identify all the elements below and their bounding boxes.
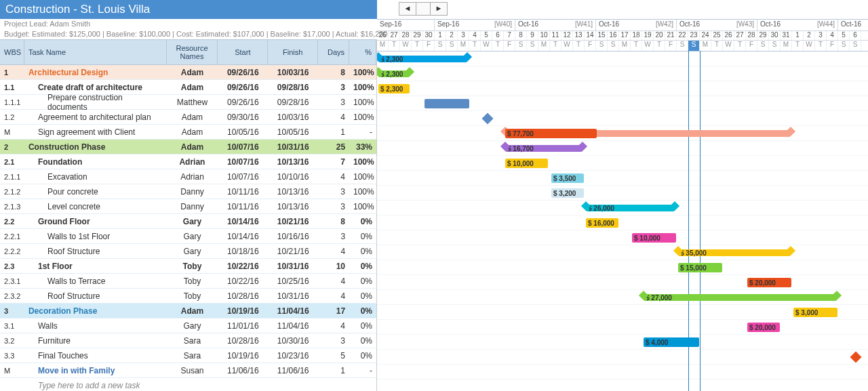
table-row[interactable]: 2.3.2Roof StructureToby10/28/1610/31/164… [0, 289, 376, 304]
add-task-row[interactable]: Type here to add a new task [0, 378, 376, 391]
table-row[interactable]: 2.31st FloorToby10/22/1610/31/16100% [0, 259, 376, 274]
day-of-week: F [665, 41, 677, 51]
table-row[interactable]: 2.1.2Pour concreteDanny10/11/1610/13/163… [0, 184, 376, 199]
gantt-bar[interactable]: $ 3,000 [793, 308, 837, 317]
table-row[interactable]: 2Construction PhaseAdam10/07/1610/31/162… [0, 140, 376, 155]
day-of-week: S [435, 41, 446, 51]
gantt-bar[interactable]: $ 77,700 [505, 129, 597, 138]
day-number: 11 [550, 31, 561, 40]
gantt-bar[interactable]: $ 26,000 [586, 205, 675, 211]
day-of-week: S [596, 41, 608, 51]
table-row[interactable]: 2.2Ground FloorGary10/14/1610/21/1680% [0, 214, 376, 229]
table-row[interactable]: 2.3.1Walls to TerraceToby10/22/1610/25/1… [0, 274, 376, 289]
week-header: Oct-16[W43] [677, 20, 757, 30]
gantt-bar[interactable]: $ 16,700 [505, 145, 583, 152]
day-of-week: T [815, 41, 827, 51]
gantt-bar[interactable]: $ 10,000 [632, 233, 676, 243]
pager-prev[interactable]: ◄ [399, 3, 416, 15]
day-number: 4 [469, 31, 481, 40]
table-row[interactable]: 2.1.1ExcavationAdrian10/07/1610/10/16410… [0, 169, 376, 184]
table-row[interactable]: 3.2FurnitureSara10/28/1610/30/1630% [0, 333, 376, 348]
week-header: Oct-16[W42] [596, 20, 677, 30]
pager-today[interactable] [416, 3, 431, 15]
day-of-week: S [515, 41, 527, 51]
table-row[interactable]: 3.1WallsGary11/01/1611/04/1640% [0, 318, 376, 333]
day-number: 17 [619, 31, 631, 40]
day-number: 31 [781, 31, 792, 40]
week-header: Sep-16[W40] [435, 20, 515, 30]
col-start[interactable]: Start [218, 40, 268, 64]
col-pct[interactable]: % [349, 40, 376, 64]
table-row[interactable]: MSign agreement with ClientAdam10/05/161… [0, 125, 376, 140]
day-of-week: T [469, 41, 481, 51]
day-number: 3 [458, 31, 469, 40]
day-of-week: S [527, 41, 538, 51]
day-of-week: S [688, 41, 700, 51]
task-grid: WBS Task Name Resource Names Start Finis… [0, 39, 377, 391]
day-of-week: F [827, 41, 838, 51]
gantt-bar[interactable]: $ 10,000 [505, 159, 548, 168]
gantt-bar[interactable]: $ 15,000 [678, 263, 722, 272]
day-of-week: W [561, 41, 573, 51]
table-row[interactable]: 1.1.1Prepare construction documentsMatth… [0, 95, 376, 110]
day-of-week: T [412, 41, 423, 51]
gantt-bar[interactable]: $ 20,000 [747, 323, 780, 332]
gantt-bar[interactable]: $ 3,500 [551, 173, 584, 183]
gantt-bar[interactable]: $ 4,000 [644, 337, 699, 347]
col-wbs[interactable]: WBS [0, 40, 24, 64]
day-of-week: T [792, 41, 804, 51]
col-res[interactable]: Resource Names [167, 40, 218, 64]
table-row[interactable]: MMove in with FamilySusan11/06/1611/06/1… [0, 363, 376, 378]
table-row[interactable]: 2.2.2Roof StructureGary10/18/1610/21/164… [0, 244, 376, 259]
gantt-bar[interactable]: $ 20,000 [747, 278, 791, 287]
day-of-week: S [757, 41, 769, 51]
timeline-pager: ◄ ► [399, 2, 448, 16]
day-of-week: S [850, 41, 861, 51]
day-number: 5 [838, 31, 850, 40]
day-number: 25 [711, 31, 723, 40]
gantt-bar[interactable]: $ 3,200 [551, 188, 584, 198]
col-days[interactable]: Days [318, 40, 349, 64]
gantt-bar[interactable] [425, 99, 469, 108]
gantt-bar[interactable]: $ 2,300 [378, 84, 410, 94]
day-of-week: F [423, 41, 435, 51]
day-number: 1 [435, 31, 446, 40]
gantt-bar[interactable]: $ 2,300 [378, 70, 410, 77]
day-number: 15 [596, 31, 608, 40]
day-number: 28 [400, 31, 412, 40]
gantt-bar[interactable]: $ 16,000 [586, 218, 618, 228]
table-row[interactable]: 2.1.3Level concreteDanny10/11/1610/13/16… [0, 199, 376, 214]
pager-next[interactable]: ► [431, 3, 447, 15]
day-of-week: W [642, 41, 654, 51]
day-number: 27 [389, 31, 400, 40]
day-number: 1 [792, 31, 804, 40]
table-row[interactable]: 2.1FoundationAdrian10/07/1610/13/167100% [0, 155, 376, 169]
day-of-week: M [458, 41, 469, 51]
gantt-bar[interactable]: $ 2,300 [378, 56, 467, 62]
col-task[interactable]: Task Name [24, 40, 167, 64]
day-number: 14 [585, 31, 596, 40]
window-header: Construction - St. Louis Villa [0, 0, 377, 19]
day-number: 6 [850, 31, 861, 40]
table-row[interactable]: 2.2.1Walls to 1st FloorGary10/14/1610/16… [0, 229, 376, 244]
gantt-bar[interactable]: $ 35,000 [678, 249, 791, 256]
table-row[interactable]: 1Architectural DesignAdam09/26/1610/03/1… [0, 65, 376, 80]
day-of-week: S [446, 41, 458, 51]
day-of-week: W [723, 41, 734, 51]
day-of-week: F [746, 41, 757, 51]
day-of-week: S [769, 41, 781, 51]
week-header: Sep-16 [377, 20, 435, 30]
table-row[interactable]: 3Decoration PhaseAdam10/19/1611/04/16170… [0, 304, 376, 318]
day-number: 3 [815, 31, 827, 40]
table-row[interactable]: 3.3Final TouchesSara10/19/1610/23/1650% [0, 348, 376, 363]
col-finish[interactable]: Finish [268, 40, 318, 64]
table-row[interactable]: 1.2Agreement to architectural planAdam09… [0, 110, 376, 125]
gantt-bar[interactable]: $ 27,000 [644, 294, 837, 301]
day-number: 28 [746, 31, 757, 40]
day-number: 30 [769, 31, 781, 40]
gantt-timeline: Sep-16Sep-16[W40]Oct-16[W41]Oct-16[W42]O… [377, 19, 868, 391]
day-number: 7 [504, 31, 515, 40]
project-title: Construction - St. Louis Villa [5, 3, 150, 16]
week-header: Oct-16[W45] [838, 20, 868, 30]
today-marker-right [700, 51, 701, 391]
